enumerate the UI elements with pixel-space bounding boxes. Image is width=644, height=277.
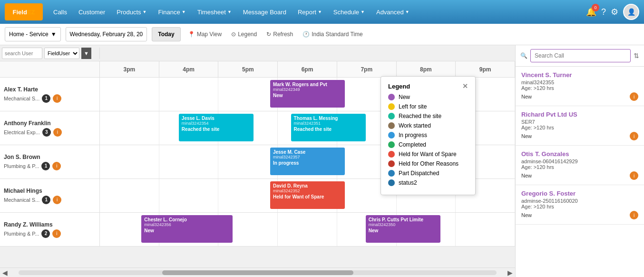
time-cell	[159, 78, 219, 111]
nav-timesheet[interactable]: Timesheet ▼	[193, 6, 236, 19]
appointment-card[interactable]: David D. Reyna minal3242352 Held for Wan…	[270, 181, 345, 209]
call-item[interactable]: Vincent S. Turner minal3242355 Age: >120…	[516, 67, 644, 106]
user-count-badge: 1	[42, 196, 50, 204]
date-picker[interactable]: Wednesday, February 28, 20	[66, 27, 147, 41]
advanced-dropdown-arrow: ▼	[405, 10, 410, 14]
time-cell	[100, 179, 159, 212]
call-status: New	[521, 173, 532, 178]
user-avatar[interactable]: 👤	[623, 4, 639, 20]
finance-dropdown-arrow: ▼	[182, 10, 186, 14]
user-filter-left: FieldUser ▼	[0, 48, 100, 59]
home-service-arrow: ▼	[51, 31, 57, 38]
nav-customer[interactable]: Customer	[74, 6, 110, 19]
nav-report[interactable]: Report ▼	[293, 6, 327, 19]
call-item[interactable]: Richard Pvt Ltd US SER7 Age: >120 hrs Ne…	[516, 106, 644, 146]
call-status: New	[521, 94, 532, 99]
call-info-badge[interactable]: i	[630, 211, 638, 219]
call-item-id: minal3242355	[521, 79, 638, 85]
search-call-header: 🔍 ⇅	[516, 45, 644, 67]
user-count-badge: 3	[42, 128, 51, 137]
call-info-badge[interactable]: i	[630, 171, 638, 180]
call-item-name: Gregorio S. Foster	[521, 190, 638, 197]
time-cell	[456, 213, 515, 246]
legend-link[interactable]: ⊙ Legend	[229, 31, 259, 38]
call-item[interactable]: Gregorio S. Foster adminse-250116160020 …	[516, 185, 644, 225]
legend-label: Part Dispatched	[399, 170, 439, 177]
horizontal-scrollbar[interactable]: ◀ ▶	[0, 267, 515, 277]
nav-products[interactable]: Products ▼	[112, 6, 151, 19]
nav-message-board[interactable]: Message Board	[238, 6, 291, 19]
nav-calls[interactable]: Calls	[49, 6, 72, 19]
time-slot-header-7pm: 7pm	[337, 61, 397, 77]
top-nav: FieldEZ Calls Customer Products ▼ Financ…	[0, 0, 644, 24]
user-info-badge[interactable]: i	[53, 196, 61, 204]
scrollbar-thumb[interactable]	[162, 270, 353, 275]
appointment-card[interactable]: Chris P. Cutts Pvt Limite minal3242350 N…	[366, 215, 440, 243]
call-info-badge[interactable]: i	[630, 132, 638, 140]
call-info-badge[interactable]: i	[630, 92, 638, 101]
legend-dot	[388, 141, 395, 148]
user-info-cell: Jon S. BrownPlumbing & P...1i	[0, 145, 100, 178]
user-info-badge[interactable]: i	[52, 229, 61, 238]
user-name: Jon S. Brown	[4, 154, 96, 160]
user-filter-sort-button[interactable]: ▼	[81, 48, 91, 59]
user-info-badge[interactable]: i	[53, 94, 61, 103]
legend-dot	[388, 151, 395, 158]
legend-dot	[388, 94, 395, 100]
time-slots-header: 3pm4pm5pm6pm7pm8pm9pm	[100, 61, 515, 77]
nav-advanced[interactable]: Advanced ▼	[371, 6, 414, 19]
user-role: Mechanical S...	[4, 197, 39, 203]
appointment-card[interactable]: Mark W. Rogers and Pvt minal3242349 New	[270, 80, 345, 108]
appointment-card[interactable]: Jesse M. Case minal3242357 In progress	[270, 148, 345, 175]
call-list: Vincent S. Turner minal3242355 Age: >120…	[516, 67, 644, 277]
toolbar: Home - Service ▼ Wednesday, February 28,…	[0, 24, 644, 45]
call-status-row: New i	[521, 171, 638, 180]
legend-label: New	[399, 94, 410, 100]
user-info-cell: Anthony FranklinElectrical Exp...3i	[0, 111, 100, 145]
time-slot-header-4pm: 4pm	[159, 61, 219, 77]
nav-schedule[interactable]: Schedule ▼	[329, 6, 370, 19]
map-view-link[interactable]: 📍 Map View	[185, 31, 224, 38]
appointment-card[interactable]: Thomas L. Messing minal3242351 Reached t…	[291, 114, 366, 141]
legend-close-button[interactable]: ✕	[462, 82, 468, 90]
time-cell	[159, 145, 219, 178]
today-button[interactable]: Today	[152, 27, 180, 41]
time-cell	[218, 78, 278, 111]
search-call-input[interactable]	[530, 49, 631, 62]
time-cell	[218, 145, 278, 178]
legend-label: In progress	[399, 132, 427, 138]
legend-item: Held for Want of Spare	[388, 151, 468, 158]
scroll-left-arrow[interactable]: ◀	[1, 269, 9, 277]
call-sort-icon[interactable]: ⇅	[634, 52, 639, 59]
search-user-input[interactable]	[2, 48, 42, 59]
help-icon[interactable]: ?	[601, 7, 606, 17]
nav-finance[interactable]: Finance ▼	[154, 6, 191, 19]
call-status-row: New i	[521, 92, 638, 101]
user-info-badge[interactable]: i	[52, 162, 61, 170]
appt-status: Held for Want of Spare	[273, 194, 342, 199]
call-item[interactable]: Otis T. Gonzales adminse-060416142929 Ag…	[516, 146, 644, 185]
refresh-link[interactable]: ↻ Refresh	[264, 31, 295, 38]
appt-status: In progress	[273, 160, 342, 166]
user-info-badge[interactable]: i	[53, 128, 62, 137]
time-cell	[159, 179, 219, 212]
scroll-right-arrow[interactable]: ▶	[506, 269, 514, 277]
legend-item: Part Dispatched	[388, 170, 468, 177]
user-role-row: Electrical Exp...3i	[4, 128, 96, 137]
user-role-row: Mechanical S...1i	[4, 196, 96, 204]
legend-dot	[388, 122, 395, 129]
legend-label: Work started	[399, 122, 431, 129]
appt-id: minal3242349	[273, 87, 342, 92]
notification-bell[interactable]: 🔔 0	[586, 7, 596, 17]
logo[interactable]: FieldEZ	[5, 3, 43, 20]
scrollbar-track[interactable]	[19, 270, 497, 275]
appointment-card[interactable]: Jesse L. Davis minal3242354 Reached the …	[179, 114, 254, 141]
clock-icon: 🕐	[302, 31, 310, 38]
user-type-select[interactable]: FieldUser	[44, 48, 79, 59]
timezone-display: 🕐 India Standard Time	[300, 31, 365, 38]
legend-item: status2	[388, 179, 468, 186]
home-service-dropdown[interactable]: Home - Service ▼	[5, 27, 61, 41]
settings-icon[interactable]: ⚙	[611, 7, 618, 17]
appt-id: minal3242350	[369, 222, 438, 227]
appointment-card[interactable]: Chester L. Cornejo minal3242356 New	[141, 215, 233, 243]
